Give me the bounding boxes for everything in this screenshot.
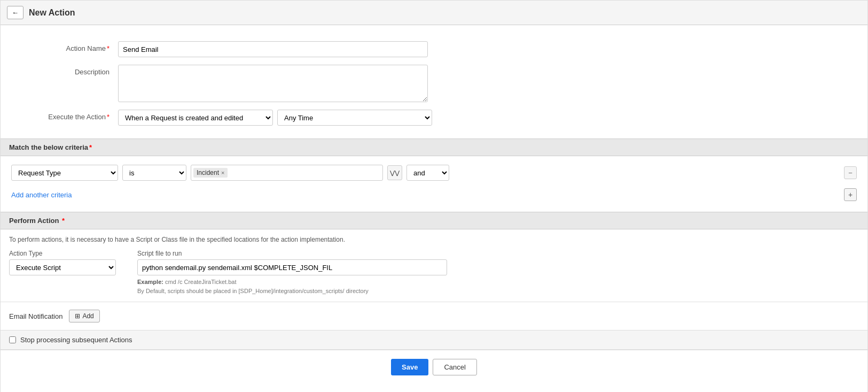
criteria-tag: Incident ×	[193, 168, 228, 178]
action-type-select[interactable]: Execute Script Send Email HTTP Request	[9, 259, 116, 275]
email-notification-row: Email Notification ⊞ Add	[1, 302, 867, 330]
execute-selects: When a Request is created and edited Whe…	[118, 110, 432, 126]
stop-processing-checkbox[interactable]	[9, 336, 16, 343]
cancel-button[interactable]: Cancel	[433, 359, 476, 375]
criteria-remove-button[interactable]: −	[844, 166, 857, 179]
description-label: Description	[11, 65, 118, 76]
add-criteria-plus-button[interactable]: +	[844, 188, 857, 201]
description-input[interactable]	[118, 65, 428, 102]
action-name-label: Action Name*	[11, 41, 118, 52]
execute-when-select[interactable]: When a Request is created and edited Whe…	[118, 110, 273, 126]
stop-processing-section: Stop processing subsequent Actions	[1, 330, 867, 350]
back-icon: ←	[12, 9, 19, 17]
perform-description: To perform actions, it is necessary to h…	[9, 236, 859, 243]
perform-section: To perform actions, it is necessary to h…	[1, 229, 867, 302]
back-button[interactable]: ←	[7, 6, 24, 19]
expand-icon: ⋁⋁	[390, 170, 400, 176]
criteria-row: Request Type Status Priority Category Te…	[11, 165, 857, 181]
criteria-value-container: Incident ×	[191, 165, 383, 181]
action-name-input[interactable]	[118, 41, 428, 57]
stop-processing-label: Stop processing subsequent Actions	[20, 336, 132, 344]
action-name-row: Action Name*	[11, 41, 857, 57]
form-section: Action Name* Description Execute the Act…	[1, 36, 867, 139]
script-file-input[interactable]	[137, 259, 447, 275]
script-hint: Example: cmd /c CreateJiraTicket.bat By …	[137, 278, 447, 295]
criteria-section: Request Type Status Priority Category Te…	[1, 156, 867, 212]
email-notification-label: Email Notification	[9, 312, 62, 320]
page-title: New Action	[29, 8, 75, 18]
page-header: ← New Action	[1, 1, 867, 25]
perform-section-header: Perform Action *	[1, 212, 867, 229]
criteria-required-star: *	[89, 143, 92, 151]
criteria-tag-remove[interactable]: ×	[221, 170, 224, 176]
hint-default: By Default, scripts should be placed in …	[137, 288, 369, 294]
description-row: Description	[11, 65, 857, 102]
plus-icon: +	[848, 190, 853, 199]
criteria-condition-select[interactable]: is is not contains	[122, 165, 186, 181]
required-star-execute: *	[107, 113, 110, 121]
criteria-tag-value: Incident	[197, 169, 219, 176]
minus-icon: −	[848, 169, 853, 177]
add-label: Add	[82, 312, 93, 320]
add-criteria-row: Add another criteria +	[11, 186, 857, 203]
hint-example-label: Example:	[137, 279, 163, 285]
script-file-col: Script file to run Example: cmd /c Creat…	[137, 250, 447, 295]
action-type-col: Action Type Execute Script Send Email HT…	[9, 250, 116, 275]
action-type-label: Action Type	[9, 250, 116, 257]
add-icon: ⊞	[75, 312, 80, 320]
main-form: Action Name* Description Execute the Act…	[1, 25, 867, 392]
content-wrapper: ← New Action Action Name* Description	[0, 0, 868, 392]
hint-example-value: cmd /c CreateJiraTicket.bat	[165, 279, 236, 285]
criteria-title: Match the below criteria	[9, 143, 88, 151]
save-button[interactable]: Save	[391, 359, 428, 375]
execute-time-select[interactable]: Any Time During Business Hours Outside B…	[277, 110, 432, 126]
required-star: *	[107, 44, 110, 52]
criteria-field-select[interactable]: Request Type Status Priority Category Te…	[11, 165, 118, 181]
criteria-section-header: Match the below criteria*	[1, 139, 867, 156]
perform-required-star: *	[60, 217, 65, 225]
execute-action-row: Execute the Action* When a Request is cr…	[11, 110, 857, 126]
add-email-notification-button[interactable]: ⊞ Add	[69, 310, 99, 322]
script-file-label: Script file to run	[137, 250, 447, 257]
criteria-logic-select[interactable]: and or	[406, 165, 449, 181]
page-wrapper: ← New Action Action Name* Description	[0, 0, 868, 392]
action-type-row: Action Type Execute Script Send Email HT…	[9, 250, 859, 295]
criteria-expand-button[interactable]: ⋁⋁	[387, 165, 402, 180]
execute-label: Execute the Action*	[11, 110, 118, 121]
footer-buttons: Save Cancel	[1, 350, 867, 384]
add-criteria-link[interactable]: Add another criteria	[11, 191, 72, 199]
perform-title: Perform Action	[9, 217, 59, 225]
